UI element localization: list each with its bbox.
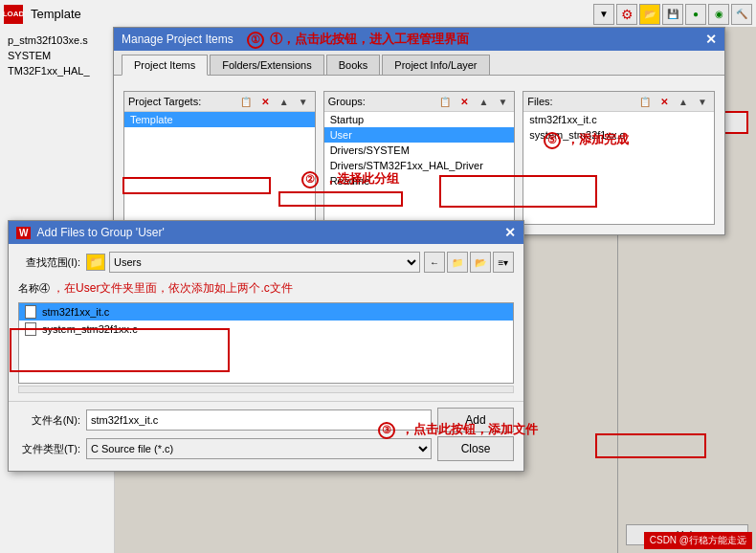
group-item-drivers-system[interactable]: Drivers/SYSTEM bbox=[324, 143, 515, 158]
groups-delete-btn[interactable]: ✕ bbox=[456, 94, 472, 109]
groups-list: Startup User Drivers/SYSTEM Drivers/STM3… bbox=[324, 112, 515, 188]
columns-container: Project Targets: 📋 ✕ ▲ ▼ Template Groups… bbox=[123, 91, 715, 225]
column-groups: Groups: 📋 ✕ ▲ ▼ Startup User Drivers/SYS… bbox=[323, 91, 516, 225]
file-name-input[interactable] bbox=[86, 409, 432, 431]
files-down-btn[interactable]: ▼ bbox=[695, 94, 710, 109]
dialog-add-footer: 文件名(N): Add 文件类型(T): C Source file (*.c)… bbox=[9, 401, 523, 471]
toolbar-icon-folder[interactable]: 📂 bbox=[639, 4, 660, 25]
file-item-stm32[interactable]: stm32f1xx_it.c bbox=[523, 112, 714, 127]
group-item-startup[interactable]: Startup bbox=[324, 112, 515, 127]
file-item-name-stm32: stm32f1xx_it.c bbox=[42, 306, 109, 318]
footer-filetype-row: 文件类型(T): C Source file (*.c) Close bbox=[18, 436, 514, 461]
toolbar-icon-green1[interactable]: ● bbox=[685, 4, 706, 25]
dialog-add-files-body: 查找范围(I): 📁 Users ← 📁 📂 ≡▾ 名称④ ，在User文件夹里… bbox=[9, 244, 523, 401]
toolbar-icon-settings[interactable]: ⚙ bbox=[616, 4, 637, 25]
target-item-template[interactable]: Template bbox=[124, 112, 315, 127]
file-item-name-system: system_stm32f1xx.c bbox=[42, 323, 138, 335]
dialog-manage-close[interactable]: ✕ bbox=[705, 32, 717, 47]
dialog-manage-content: Project Targets: 📋 ✕ ▲ ▼ Template Groups… bbox=[114, 76, 724, 234]
targets-label: Project Targets: bbox=[128, 96, 234, 107]
nav-view-btn[interactable]: ≡▾ bbox=[493, 252, 514, 273]
column-files-header: Files: 📋 ✕ ▲ ▼ bbox=[523, 92, 714, 112]
scroll-bar-h[interactable] bbox=[18, 386, 514, 393]
toolbar-icons: ▼ ⚙ 📂 💾 ● ◉ 🔨 bbox=[593, 4, 752, 25]
tab-folders-extensions[interactable]: Folders/Extensions bbox=[210, 55, 324, 75]
file-list-container: stm32f1xx_it.c system_stm32f1xx.c bbox=[18, 302, 514, 384]
navigation-buttons: ← 📁 📂 ≡▾ bbox=[424, 252, 514, 273]
toolbar-icon-green2[interactable]: ◉ bbox=[708, 4, 729, 25]
column-groups-header: Groups: 📋 ✕ ▲ ▼ bbox=[324, 92, 515, 112]
toolbar-title: Template bbox=[31, 7, 589, 21]
look-in-controls: 📁 Users ← 📁 📂 ≡▾ bbox=[86, 252, 514, 273]
files-copy-btn[interactable]: 📋 bbox=[637, 94, 653, 109]
left-panel-item-system[interactable]: SYSTEM bbox=[4, 48, 110, 63]
dialog-add-title-label: Add Files to Group 'User' bbox=[36, 226, 164, 239]
tab-project-info-layer[interactable]: Project Info/Layer bbox=[382, 55, 489, 75]
look-in-select[interactable]: Users bbox=[109, 252, 420, 273]
tab-project-items[interactable]: Project Items bbox=[122, 55, 208, 76]
file-type-select[interactable]: C Source file (*.c) bbox=[86, 438, 432, 459]
left-panel-item[interactable]: p_stm32f103xe.s bbox=[4, 33, 110, 48]
column-targets-header: Project Targets: 📋 ✕ ▲ ▼ bbox=[124, 92, 315, 112]
look-in-row: 查找范围(I): 📁 Users ← 📁 📂 ≡▾ bbox=[18, 252, 514, 273]
left-panel-item-hal[interactable]: TM32F1xx_HAL_ bbox=[4, 63, 110, 78]
targets-down-btn[interactable]: ▼ bbox=[296, 94, 311, 109]
dialog-add-icon: W bbox=[16, 227, 31, 239]
toolbar: LOAD Template ▼ ⚙ 📂 💾 ● ◉ 🔨 bbox=[0, 0, 756, 29]
csdn-badge: CSDN @行稳方能走远 bbox=[644, 532, 752, 549]
folder-icon: 📁 bbox=[86, 254, 105, 271]
file-doc-icon bbox=[25, 305, 36, 319]
nav-new-folder-btn[interactable]: 📂 bbox=[470, 252, 491, 273]
column-files: Files: 📋 ✕ ▲ ▼ stm32f1xx_it.c system_stm… bbox=[523, 91, 715, 225]
nav-folder-btn[interactable]: 📁 bbox=[447, 252, 468, 273]
nav-back-btn[interactable]: ← bbox=[424, 252, 445, 273]
app-logo: LOAD bbox=[4, 5, 23, 24]
dialog-manage-tabs: Project Items Folders/Extensions Books P… bbox=[114, 51, 724, 76]
dialog-manage-project-items: Manage Project Items ✕ Project Items Fol… bbox=[113, 27, 725, 235]
file-list-item-system[interactable]: system_stm32f1xx.c bbox=[19, 321, 513, 338]
targets-list: Template bbox=[124, 112, 315, 127]
look-in-label: 查找范围(I): bbox=[18, 255, 80, 270]
groups-up-btn[interactable]: ▲ bbox=[476, 94, 491, 109]
toolbar-icon-save[interactable]: 💾 bbox=[662, 4, 683, 25]
group-item-drivers-hal[interactable]: Drivers/STM32F1xx_HAL_Driver bbox=[324, 158, 515, 173]
dialog-add-files-titlebar: W Add Files to Group 'User' ✕ bbox=[9, 221, 523, 244]
files-label: Files: bbox=[527, 96, 634, 107]
dialog-manage-title: Manage Project Items bbox=[122, 33, 233, 46]
dialog-manage-titlebar: Manage Project Items ✕ bbox=[114, 28, 724, 51]
file-list-item-stm32[interactable]: stm32f1xx_it.c bbox=[19, 303, 513, 321]
tab-books[interactable]: Books bbox=[326, 55, 381, 75]
column-project-targets: Project Targets: 📋 ✕ ▲ ▼ Template bbox=[123, 91, 316, 225]
groups-copy-btn[interactable]: 📋 bbox=[437, 94, 453, 109]
close-button[interactable]: Close bbox=[437, 436, 514, 461]
toolbar-icon-tools[interactable]: 🔨 bbox=[731, 4, 752, 25]
groups-down-btn[interactable]: ▼ bbox=[495, 94, 510, 109]
dialog-add-files-title-text: W Add Files to Group 'User' bbox=[16, 226, 165, 239]
file-area-label: 名称④ ，在User文件夹里面，依次添加如上两个.c文件 bbox=[18, 278, 514, 299]
group-item-user[interactable]: User bbox=[324, 127, 515, 143]
add-button[interactable]: Add bbox=[437, 408, 514, 432]
file-name-label: 文件名(N): bbox=[18, 413, 80, 428]
footer-filename-row: 文件名(N): Add bbox=[18, 408, 514, 432]
targets-up-btn[interactable]: ▲ bbox=[277, 94, 292, 109]
group-item-readme[interactable]: Readme bbox=[324, 173, 515, 188]
dialog-add-files-close[interactable]: ✕ bbox=[504, 225, 516, 240]
dialog-add-files: W Add Files to Group 'User' ✕ 查找范围(I): 📁… bbox=[8, 220, 524, 472]
files-list: stm32f1xx_it.c system_stm32f1xx.c bbox=[523, 112, 714, 143]
name-annotation: ，在User文件夹里面，依次添加如上两个.c文件 bbox=[53, 281, 293, 295]
file-doc-icon-2 bbox=[25, 322, 36, 336]
files-delete-btn[interactable]: ✕ bbox=[656, 94, 672, 109]
files-up-btn[interactable]: ▲ bbox=[676, 94, 691, 109]
groups-label: Groups: bbox=[328, 96, 434, 107]
file-type-label: 文件类型(T): bbox=[18, 442, 80, 456]
targets-delete-btn[interactable]: ✕ bbox=[257, 94, 273, 109]
toolbar-icon-dropdown[interactable]: ▼ bbox=[593, 4, 614, 25]
name-label: 名称④ bbox=[18, 282, 50, 294]
targets-copy-btn[interactable]: 📋 bbox=[238, 94, 254, 109]
file-item-system[interactable]: system_stm32f1xx.c bbox=[523, 127, 714, 143]
